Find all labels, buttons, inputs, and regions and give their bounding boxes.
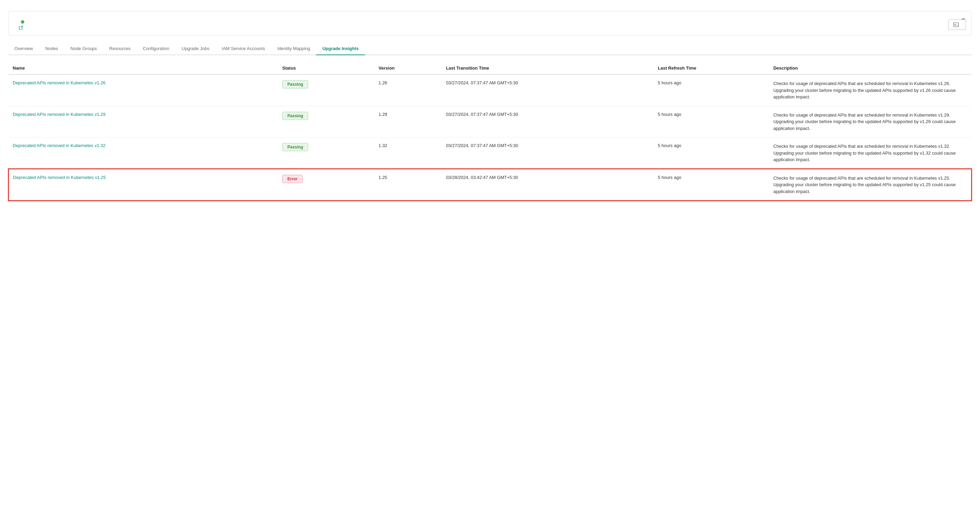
row-name-link[interactable]: Deprecated APIs removed in Kubernetes v1… — [13, 143, 105, 148]
row-version: 1.25 — [375, 169, 442, 201]
tabs-bar: Overview Nodes Node Groups Resources Con… — [8, 43, 972, 55]
row-refresh-time: 5 hours ago — [654, 137, 769, 169]
tab-identity-mapping[interactable]: Identity Mapping — [271, 43, 316, 55]
row-description: Checks for usage of deprecated APIs that… — [769, 137, 971, 169]
row-refresh-time: 5 hours ago — [654, 106, 769, 137]
row-version: 1.32 — [375, 137, 442, 169]
row-description: Checks for usage of deprecated APIs that… — [769, 74, 971, 106]
status-badge: Passing — [282, 143, 308, 151]
row-transition-time: 03/27/2024, 07:37:47 AM GMT+5:30 — [442, 74, 654, 106]
terminal-icon — [953, 22, 959, 27]
col-header-version: Version — [375, 62, 442, 74]
tab-upgrade-insights[interactable]: Upgrade Insights — [316, 43, 365, 55]
blueprint-value[interactable] — [18, 26, 23, 30]
row-transition-time: 03/27/2024, 07:37:47 AM GMT+5:30 — [442, 137, 654, 169]
table-row: Deprecated APIs removed in Kubernetes v1… — [9, 137, 971, 169]
status-badge: Passing — [282, 80, 308, 88]
health-dot-icon — [21, 20, 24, 24]
col-header-refresh: Last Refresh Time — [654, 62, 769, 74]
row-refresh-time: 5 hours ago — [654, 169, 769, 201]
kubectl-button[interactable] — [948, 19, 966, 30]
col-header-name: Name — [9, 62, 278, 74]
table-row: Deprecated APIs removed in Kubernetes v1… — [9, 106, 971, 137]
tab-overview[interactable]: Overview — [8, 43, 39, 55]
blueprint-row — [16, 26, 964, 30]
insights-table: Name Status Version Last Transition Time… — [8, 62, 972, 201]
tab-node-groups[interactable]: Node Groups — [64, 43, 103, 55]
col-header-description: Description — [769, 62, 971, 74]
col-header-transition: Last Transition Time — [442, 62, 654, 74]
row-transition-time: 03/28/2024, 03:42:47 AM GMT+5:30 — [442, 169, 654, 201]
row-version: 1.29 — [375, 106, 442, 137]
status-row — [16, 20, 964, 24]
row-name-link[interactable]: Deprecated APIs removed in Kubernetes v1… — [13, 175, 106, 180]
status-badge: Error — [282, 175, 302, 183]
header-section: ⚙ — [8, 11, 972, 36]
table-row: Deprecated APIs removed in Kubernetes v1… — [9, 74, 971, 106]
tab-iam-service-accounts[interactable]: IAM Service Accounts — [216, 43, 271, 55]
tab-nodes[interactable]: Nodes — [39, 43, 64, 55]
row-description: Checks for usage of deprecated APIs that… — [769, 169, 971, 201]
row-version: 1.26 — [375, 74, 442, 106]
table-row: Deprecated APIs removed in Kubernetes v1… — [9, 169, 971, 201]
svg-rect-0 — [954, 22, 958, 27]
row-transition-time: 03/27/2024, 07:37:47 AM GMT+5:30 — [442, 106, 654, 137]
tab-configuration[interactable]: Configuration — [137, 43, 175, 55]
row-description: Checks for usage of deprecated APIs that… — [769, 106, 971, 137]
row-name-link[interactable]: Deprecated APIs removed in Kubernetes v1… — [13, 80, 105, 85]
tab-resources[interactable]: Resources — [103, 43, 137, 55]
row-name-link[interactable]: Deprecated APIs removed in Kubernetes v1… — [13, 112, 105, 117]
row-refresh-time: 5 hours ago — [654, 74, 769, 106]
status-badge: Passing — [282, 112, 308, 120]
tab-upgrade-jobs[interactable]: Upgrade Jobs — [176, 43, 216, 55]
external-link-icon — [19, 26, 23, 30]
col-header-status: Status — [278, 62, 374, 74]
